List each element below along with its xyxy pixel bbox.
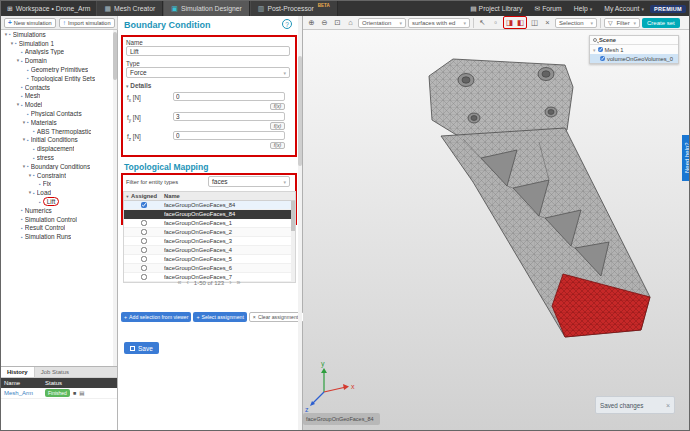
help-menu[interactable]: Help ▾	[568, 1, 599, 16]
assigned-checkbox[interactable]	[141, 202, 147, 208]
tab-simulation-designer[interactable]: ▣ Simulation Designer	[163, 1, 249, 16]
tree-item[interactable]: ▾ ▪ Domain	[1, 56, 117, 65]
assigned-checkbox[interactable]	[141, 247, 147, 253]
zoom-out-icon[interactable]: ⊖	[319, 17, 330, 28]
tab-job-status[interactable]: Job Status	[35, 367, 75, 377]
tree-item[interactable]: ▾ ▪ Simulation 1	[1, 39, 117, 48]
tab-mesh-creator[interactable]: ▦ Mesh Creator	[96, 1, 163, 16]
orientation-dropdown[interactable]: Orientation ▾	[358, 18, 406, 28]
tree-item[interactable]: ▪ stress	[1, 153, 117, 162]
search-icon[interactable]	[593, 38, 597, 42]
force-value-input[interactable]	[173, 112, 285, 121]
create-set-button[interactable]: Create set	[642, 18, 680, 28]
entity-filter-select[interactable]: faces ▾	[208, 176, 290, 187]
table-row[interactable]: faceGroupOnGeoFaces_84	[124, 201, 295, 210]
tree-item[interactable]: ▾ ▪ Load	[1, 188, 117, 197]
add-selection-button[interactable]: + Add selection from viewer	[121, 312, 191, 322]
stop-icon[interactable]: ■	[73, 390, 76, 396]
table-row[interactable]: faceGroupOnGeoFaces_3	[124, 237, 295, 246]
project-library-link[interactable]: ▤ Project Library	[464, 1, 528, 16]
home-view-icon[interactable]: ⌂	[345, 17, 356, 28]
import-simulation-button[interactable]: ↑ Import simulation	[59, 18, 115, 28]
assigned-checkbox[interactable]	[141, 220, 147, 226]
table-row[interactable]: faceGroupOnGeoFaces_1	[124, 219, 295, 228]
last-page-button[interactable]: »	[237, 279, 241, 286]
tree-item[interactable]: ▪ Numerics	[1, 206, 117, 215]
tree-item[interactable]: ▪ Lift	[1, 197, 117, 206]
invert-selection-icon[interactable]: ◫	[529, 17, 540, 28]
viewport-3d[interactable]: y x z Scene ▾ Mesh 1 volumeOnGeoVolumes_…	[303, 30, 690, 431]
name-input[interactable]	[126, 46, 290, 56]
help-circle-icon[interactable]: ?	[282, 19, 292, 29]
display-mode-dropdown[interactable]: surfaces with ed ▾	[408, 18, 470, 28]
workspace-breadcrumb[interactable]: ⊞ Workspace • Drone_Arm	[1, 1, 96, 16]
tree-item[interactable]: ▾ ▪ Boundary Conditions	[1, 162, 117, 171]
tree-item[interactable]: ▪ Topological Entity Sets	[1, 74, 117, 83]
tree-item[interactable]: ▪ Simulation Runs	[1, 232, 117, 241]
sort-caret-icon[interactable]: ▾	[124, 194, 131, 199]
tree-item[interactable]: ▪ Analysis Type	[1, 48, 117, 57]
zoom-in-icon[interactable]: ⊕	[306, 17, 317, 28]
visibility-checkbox[interactable]	[600, 56, 605, 61]
need-help-tab[interactable]: Need help?	[682, 135, 690, 181]
table-scrollbar[interactable]	[291, 201, 295, 282]
chevron-down-icon[interactable]: ▾	[593, 47, 596, 53]
force-value-input[interactable]	[173, 131, 285, 140]
name-column-header[interactable]: Name	[164, 193, 295, 199]
force-value-input[interactable]	[173, 92, 285, 101]
tab-post-processor[interactable]: ▥ Post-Processor BETA	[250, 1, 338, 16]
tree-item[interactable]: ▾ ▪ Simulations	[1, 30, 117, 39]
table-row[interactable]: faceGroupOnGeoFaces_5	[124, 255, 295, 264]
formula-button[interactable]: f(x)	[270, 122, 285, 130]
tree-item[interactable]: ▪ ABS Thermoplastic	[1, 127, 117, 136]
visibility-checkbox[interactable]	[598, 47, 603, 52]
scene-item-volume[interactable]: volumeOnGeoVolumes_0	[590, 54, 678, 63]
formula-button[interactable]: f(x)	[270, 142, 285, 150]
sidebar-scrollbar[interactable]	[113, 30, 117, 366]
table-row[interactable]: faceGroupOnGeoFaces_6	[124, 264, 295, 273]
tree-item[interactable]: ▾ ▪ Initial Conditions	[1, 136, 117, 145]
filter-dropdown[interactable]: ▽ Filter ▾	[604, 18, 640, 28]
history-row[interactable]: Mesh_Arm Finished ■ ▤	[1, 388, 117, 399]
job-name[interactable]: Mesh_Arm	[1, 390, 45, 396]
clear-assignments-button[interactable]: × Clear assignments	[249, 312, 305, 322]
assigned-checkbox[interactable]	[141, 256, 147, 262]
box-select-icon[interactable]: ▫	[490, 17, 501, 28]
tree-item[interactable]: ▾ ▪ Materials	[1, 118, 117, 127]
more-icon[interactable]: ▤	[79, 390, 84, 396]
tree-item[interactable]: ▪ Physical Contacts	[1, 109, 117, 118]
prev-page-button[interactable]: ‹	[186, 279, 188, 286]
tree-item[interactable]: ▪ displacement	[1, 144, 117, 153]
assigned-checkbox[interactable]	[141, 265, 147, 271]
table-row[interactable]: faceGroupOnGeoFaces_4	[124, 246, 295, 255]
mesh-canvas[interactable]: y x z	[303, 30, 690, 431]
assigned-column-header[interactable]: Assigned	[131, 193, 164, 199]
select-cursor-icon[interactable]: ↖	[477, 17, 488, 28]
tree-item[interactable]: ▾ ▪ Constraint	[1, 171, 117, 180]
close-icon[interactable]: ×	[666, 402, 670, 409]
tab-history[interactable]: History	[1, 367, 35, 377]
tree-item[interactable]: ▪ Geometry Primitives	[1, 65, 117, 74]
assigned-checkbox[interactable]	[141, 229, 147, 235]
my-account-menu[interactable]: My Account ▾	[598, 1, 650, 16]
save-button[interactable]: Save	[124, 342, 159, 354]
new-simulation-button[interactable]: + New simulation	[4, 18, 56, 28]
hide-selected-icon[interactable]: ◨	[504, 17, 515, 28]
formula-button[interactable]: f(x)	[270, 103, 285, 111]
table-row[interactable]: faceGroupOnGeoFaces_2	[124, 228, 295, 237]
clear-selection-icon[interactable]: ×	[542, 17, 553, 28]
type-select[interactable]: Force ▾	[126, 67, 290, 78]
tree-item[interactable]: ▾ ▪ Model	[1, 100, 117, 109]
panel-scrollbar[interactable]	[298, 16, 302, 431]
tree-item[interactable]: ▪ Result Control	[1, 224, 117, 233]
selection-dropdown[interactable]: Selection ▾	[555, 18, 597, 28]
tree-item[interactable]: ▪ Fix	[1, 180, 117, 189]
tree-item[interactable]: ▪ Contacts	[1, 83, 117, 92]
next-page-button[interactable]: ›	[229, 279, 231, 286]
tree-item[interactable]: ▪ Simulation Control	[1, 215, 117, 224]
details-toggle[interactable]: ▾ Details	[126, 82, 151, 89]
forum-link[interactable]: ✉ Forum	[528, 1, 567, 16]
scene-item-mesh[interactable]: ▾ Mesh 1	[590, 45, 678, 54]
assigned-checkbox[interactable]	[141, 238, 147, 244]
tree-item[interactable]: ▪ Mesh	[1, 92, 117, 101]
